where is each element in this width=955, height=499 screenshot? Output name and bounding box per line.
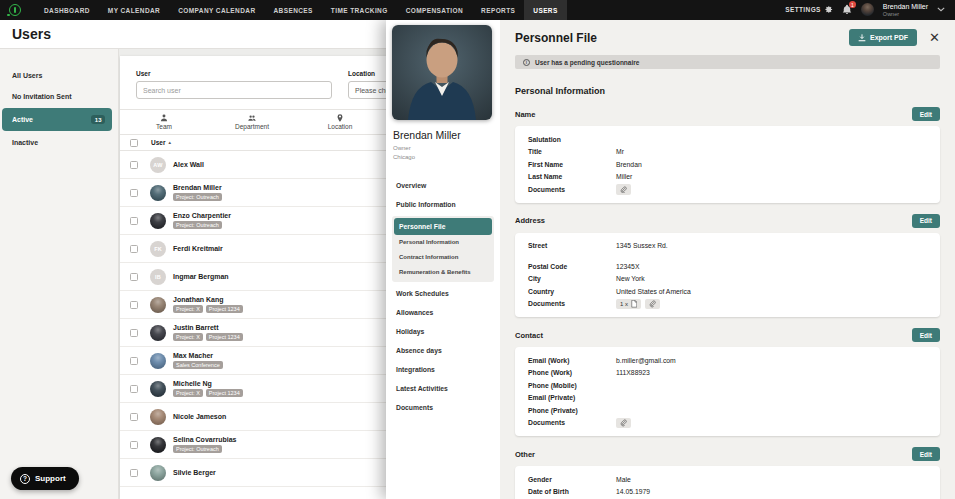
menu-item-holidays[interactable]: Holidays (392, 322, 494, 341)
nav-item-my-calendar[interactable]: MY CALENDAR (99, 0, 169, 20)
edit-other-button[interactable]: Edit (912, 447, 940, 461)
select-all-checkbox[interactable] (130, 139, 138, 147)
export-pdf-button[interactable]: Export PDF (849, 29, 917, 46)
sidebar-item-active[interactable]: Active13 (2, 108, 112, 131)
menu-item-overview[interactable]: Overview (392, 176, 494, 195)
edit-name-button[interactable]: Edit (912, 107, 940, 121)
notifications-bell[interactable]: 1 (842, 4, 852, 15)
field-value: United States of America (616, 288, 691, 295)
navbar-right: SETTINGS 1 Brendan Miller Owner (785, 3, 955, 17)
file-chip[interactable]: 1 x (616, 299, 641, 310)
row-checkbox[interactable] (130, 217, 138, 225)
row-checkbox[interactable] (130, 273, 138, 281)
field-row: Email (Work)b.miller@gmail.com (528, 354, 927, 367)
close-icon[interactable]: ✕ (929, 31, 940, 44)
field-label: Country (528, 288, 616, 295)
user-filter: User (136, 70, 332, 99)
menu-subitem-contract-information[interactable]: Contract Information (394, 250, 492, 265)
nav-item-time-tracking[interactable]: TIME TRACKING (322, 0, 397, 20)
sidebar-item-inactive[interactable]: Inactive (0, 132, 118, 153)
sidebar-item-no-invitation-sent[interactable]: No Invitation Sent (0, 86, 118, 107)
sort-asc-icon[interactable]: ▲ (167, 140, 171, 145)
user-column-header[interactable]: User (151, 139, 165, 146)
document-chips (616, 418, 635, 429)
row-checkbox[interactable] (130, 329, 138, 337)
row-checkbox[interactable] (130, 441, 138, 449)
menu-item-work-schedules[interactable]: Work Schedules (392, 284, 494, 303)
section-card-contact: Email (Work)b.miller@gmail.comPhone (Wor… (515, 347, 940, 436)
nav-item-dashboard[interactable]: DASHBOARD (35, 0, 99, 20)
menu-item-personnel-file[interactable]: Personnel File (394, 218, 492, 235)
row-checkbox[interactable] (130, 189, 138, 197)
field-row: CountryUnited States of America (528, 285, 927, 298)
user-name: Nicole Jameson (173, 413, 226, 420)
paperclip-chip[interactable] (616, 184, 631, 195)
tag-project-outreach: Project: Outreach (173, 221, 222, 229)
navbar-user-name: Brendan Miller (883, 3, 928, 11)
tag-project-outreach: Project: Outreach (173, 193, 222, 201)
paperclip-icon (620, 186, 627, 194)
menu-item-allowances[interactable]: Allowances (392, 303, 494, 322)
menu-item-integrations[interactable]: Integrations (392, 360, 494, 379)
settings-menu[interactable]: SETTINGS (785, 5, 833, 14)
avatar (150, 465, 166, 481)
group-tab-team[interactable]: Team (120, 110, 208, 134)
support-button[interactable]: ? Support (11, 467, 79, 490)
group-tab-department[interactable]: Department (208, 110, 296, 134)
row-main: Nicole Jameson (173, 413, 226, 420)
row-checkbox[interactable] (130, 161, 138, 169)
search-user-input[interactable] (136, 81, 332, 99)
menu-item-absence-days[interactable]: Absence days (392, 341, 494, 360)
users-sidebar: All UsersNo Invitation SentActive13Inact… (0, 49, 119, 499)
sidebar-item-label: All Users (12, 72, 42, 79)
menu-item-documents[interactable]: Documents (392, 398, 494, 417)
row-main: Brendan MillerProject: Outreach (173, 184, 225, 201)
group-tab-location[interactable]: Location (296, 110, 384, 134)
field-label: Last Name (528, 173, 616, 180)
nav-item-reports[interactable]: REPORTS (472, 0, 524, 20)
nav-item-compensation[interactable]: COMPENSATION (397, 0, 472, 20)
avatar (150, 213, 166, 229)
user-name: Michelle Ng (173, 380, 246, 387)
row-checkbox[interactable] (130, 469, 138, 477)
field-row: Documents1 x (528, 298, 927, 311)
user-name: Alex Wall (173, 161, 204, 168)
row-checkbox[interactable] (130, 385, 138, 393)
sidebar-item-all-users[interactable]: All Users (0, 65, 118, 86)
row-main: Michelle NgProject: XProject 1234 (173, 380, 246, 397)
row-checkbox[interactable] (130, 301, 138, 309)
menu-item-latest-activities[interactable]: Latest Activities (392, 379, 494, 398)
user-avatar[interactable] (861, 3, 874, 16)
nav-item-users[interactable]: USERS (524, 0, 566, 20)
menu-item-public-information[interactable]: Public Information (392, 195, 494, 214)
avatar (150, 325, 166, 341)
paperclip-chip[interactable] (645, 299, 660, 310)
row-checkbox[interactable] (130, 413, 138, 421)
user-menu[interactable]: Brendan Miller Owner (883, 3, 928, 17)
row-checkbox[interactable] (130, 357, 138, 365)
chevron-down-icon[interactable] (937, 7, 945, 12)
avatar (150, 409, 166, 425)
row-main: Enzo CharpentierProject: Outreach (173, 212, 231, 229)
people-icon (248, 114, 256, 122)
section-card-name: SalutationTitleMrFirst NameBrendanLast N… (515, 126, 940, 203)
field-value: Male (616, 476, 631, 483)
field-row: First NameBrendan (528, 158, 927, 171)
nav-item-absences[interactable]: ABSENCES (264, 0, 321, 20)
support-label: Support (35, 474, 66, 483)
profile-location: Chicago (393, 153, 494, 162)
nav-item-company-calendar[interactable]: COMPANY CALENDAR (169, 0, 264, 20)
personnel-file-panel: Personnel File Export PDF ✕ i User has a… (500, 20, 955, 499)
paperclip-chip[interactable] (616, 418, 631, 429)
section-head-contact: ContactEdit (515, 328, 940, 342)
app-logo-icon[interactable] (9, 4, 21, 16)
field-label: Salutation (528, 136, 616, 143)
menu-subitem-remuneration-benefits[interactable]: Remuneration & Benefits (394, 265, 492, 280)
pending-questionnaire-notice: i User has a pending questionnaire (515, 55, 940, 69)
row-checkbox[interactable] (130, 245, 138, 253)
edit-address-button[interactable]: Edit (912, 214, 940, 228)
user-filter-label: User (136, 70, 332, 77)
edit-contact-button[interactable]: Edit (912, 328, 940, 342)
user-name: Selina Covarrubias (173, 436, 236, 443)
menu-subitem-personal-information[interactable]: Personal Information (394, 235, 492, 250)
